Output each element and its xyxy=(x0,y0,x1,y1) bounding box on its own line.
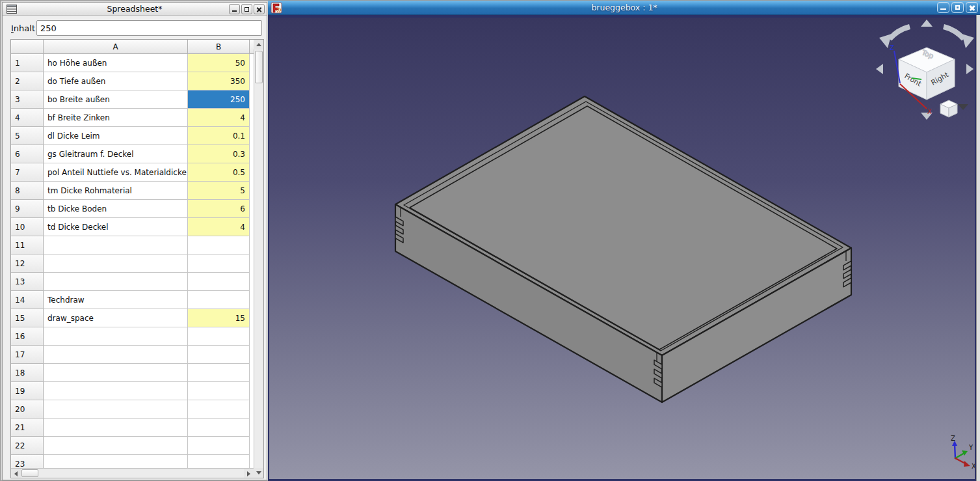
row-number-cell[interactable]: 18 xyxy=(11,364,44,382)
cell-column-a[interactable]: tm Dicke Rohmaterial xyxy=(44,182,188,200)
3d-viewport[interactable]: Top Front Right Z X xyxy=(269,18,975,479)
cell-column-b[interactable] xyxy=(188,437,250,455)
cell-column-a[interactable] xyxy=(44,400,188,419)
cell-column-b[interactable]: 0.5 xyxy=(188,163,250,182)
box-model[interactable] xyxy=(395,96,851,402)
cell-column-b[interactable]: 350 xyxy=(188,72,250,90)
vertical-scroll-thumb[interactable] xyxy=(255,51,263,83)
row-number-cell[interactable]: 11 xyxy=(11,236,44,254)
scroll-down-button[interactable] xyxy=(254,468,263,478)
cell-column-a[interactable] xyxy=(44,382,188,400)
row-number-cell[interactable]: 14 xyxy=(11,291,44,309)
row-number-cell[interactable]: 17 xyxy=(11,346,44,364)
table-row: 18 xyxy=(11,364,254,382)
view-maximize-button[interactable] xyxy=(951,2,964,13)
scroll-right-button[interactable] xyxy=(244,469,254,478)
cell-column-a[interactable]: do Tiefe außen xyxy=(44,72,188,90)
cell-column-a[interactable]: dl Dicke Leim xyxy=(44,127,188,145)
cell-column-b[interactable] xyxy=(188,400,250,419)
row-number-cell[interactable]: 9 xyxy=(11,200,44,218)
cell-column-b[interactable]: 5 xyxy=(188,182,250,200)
cell-column-b[interactable] xyxy=(188,291,250,309)
row-number-cell[interactable]: 3 xyxy=(11,90,44,109)
cell-column-a[interactable] xyxy=(44,364,188,382)
navigation-cube[interactable]: Top Front Right xyxy=(899,48,955,100)
nav-menu-dropdown[interactable] xyxy=(958,104,968,110)
cell-column-b[interactable] xyxy=(188,382,250,400)
corner-header-cell[interactable] xyxy=(11,40,44,54)
cell-column-b[interactable]: 0.1 xyxy=(188,127,250,145)
row-number-cell[interactable]: 8 xyxy=(11,182,44,200)
cell-column-a[interactable]: bo Breite außen xyxy=(44,90,188,109)
row-number-cell[interactable]: 20 xyxy=(11,400,44,419)
row-number-cell[interactable]: 22 xyxy=(11,437,44,455)
row-number-cell[interactable]: 13 xyxy=(11,273,44,291)
table-row: 19 xyxy=(11,382,254,400)
row-number-cell[interactable]: 5 xyxy=(11,127,44,145)
table-row: 11 xyxy=(11,236,254,254)
cell-column-b[interactable] xyxy=(188,254,250,273)
cell-column-a[interactable]: pol Anteil Nuttiefe vs. Materialdicke xyxy=(44,163,188,182)
spreadsheet-titlebar[interactable]: Spreadsheet* xyxy=(3,3,267,16)
cell-column-a[interactable]: tb Dicke Boden xyxy=(44,200,188,218)
row-number-cell[interactable]: 19 xyxy=(11,382,44,400)
row-number-cell[interactable]: 12 xyxy=(11,254,44,273)
cell-column-b[interactable]: 4 xyxy=(188,109,250,127)
vertical-scrollbar[interactable] xyxy=(254,40,263,478)
cell-column-b[interactable]: 250 xyxy=(188,90,250,109)
scroll-up-button[interactable] xyxy=(254,40,263,49)
nav-left-arrow[interactable] xyxy=(876,64,883,74)
cell-column-b[interactable]: 4 xyxy=(188,218,250,236)
row-number-cell[interactable]: 7 xyxy=(11,163,44,182)
cell-column-a[interactable]: ho Höhe außen xyxy=(44,54,188,72)
cell-column-b[interactable] xyxy=(188,364,250,382)
cell-column-a[interactable]: td Dicke Deckel xyxy=(44,218,188,236)
row-number-cell[interactable]: 21 xyxy=(11,419,44,437)
row-number-cell[interactable]: 4 xyxy=(11,109,44,127)
nav-right-arrow[interactable] xyxy=(966,64,973,74)
cell-column-b[interactable] xyxy=(188,236,250,254)
cell-column-b[interactable] xyxy=(188,327,250,346)
cell-column-a[interactable] xyxy=(44,419,188,437)
cell-column-a[interactable] xyxy=(44,236,188,254)
cell-column-b[interactable] xyxy=(188,273,250,291)
spreadsheet-close-button[interactable] xyxy=(254,4,265,14)
cell-column-b[interactable]: 0.3 xyxy=(188,145,250,163)
view-minimize-button[interactable] xyxy=(937,2,949,13)
horizontal-scroll-thumb[interactable] xyxy=(21,469,38,477)
scroll-left-button[interactable] xyxy=(11,469,21,478)
cell-column-a[interactable]: draw_space xyxy=(44,309,188,327)
cell-column-a[interactable] xyxy=(44,346,188,364)
cell-column-a[interactable] xyxy=(44,273,188,291)
spreadsheet-maximize-button[interactable] xyxy=(241,4,252,14)
row-number-cell[interactable]: 6 xyxy=(11,145,44,163)
cell-column-b[interactable] xyxy=(188,419,250,437)
column-header-a[interactable]: A xyxy=(44,40,188,54)
cell-column-a[interactable] xyxy=(44,254,188,273)
rotate-left-arrow[interactable] xyxy=(879,27,910,48)
cell-column-a[interactable]: gs Gleitraum f. Deckel xyxy=(44,145,188,163)
cell-column-b[interactable]: 15 xyxy=(188,309,250,327)
cell-content-input[interactable] xyxy=(36,20,262,36)
view-close-button[interactable] xyxy=(966,2,978,13)
cell-column-b[interactable] xyxy=(188,346,250,364)
cell-column-a[interactable] xyxy=(44,327,188,346)
row-number-cell[interactable]: 2 xyxy=(11,72,44,90)
cell-column-a[interactable]: Techdraw xyxy=(44,291,188,309)
cell-column-a[interactable]: bf Breite Zinken xyxy=(44,109,188,127)
rotate-right-arrow[interactable] xyxy=(944,27,974,48)
cell-column-b[interactable]: 6 xyxy=(188,200,250,218)
spreadsheet-minimize-button[interactable] xyxy=(229,4,240,14)
row-number-cell[interactable]: 1 xyxy=(11,54,44,72)
table-row: 12 xyxy=(11,254,254,273)
cell-column-a[interactable] xyxy=(44,437,188,455)
column-header-b[interactable]: B xyxy=(188,40,250,54)
row-number-cell[interactable]: 16 xyxy=(11,327,44,346)
3d-view-titlebar[interactable]: brueggebox : 1* xyxy=(268,1,980,15)
nav-up-arrow[interactable] xyxy=(921,20,933,27)
cell-column-b[interactable]: 50 xyxy=(188,54,250,72)
row-number-cell[interactable]: 15 xyxy=(11,309,44,327)
row-number-cell[interactable]: 10 xyxy=(11,218,44,236)
horizontal-scrollbar[interactable] xyxy=(11,468,254,478)
nav-mini-cube[interactable] xyxy=(940,100,957,117)
